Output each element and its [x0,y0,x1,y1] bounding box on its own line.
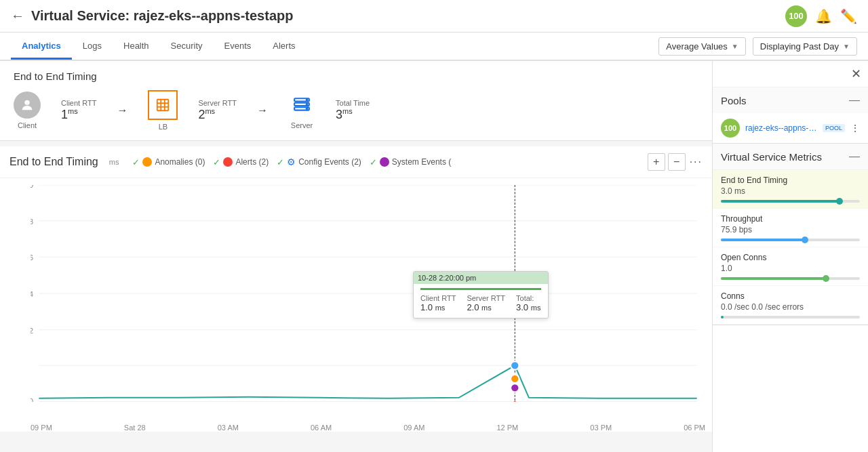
system-icon [380,157,389,167]
svg-text:8: 8 [31,218,33,226]
close-button[interactable]: ✕ [851,66,861,81]
nav-events[interactable]: Events [214,34,262,60]
pools-title: Pools [721,95,747,106]
metric-name-3: Conns [721,291,860,301]
metric-bar-fill-1 [721,239,804,241]
metric-bar-1 [721,239,860,241]
tooltip-server-rtt: Server RTT 2.0 ms [467,294,505,312]
back-button[interactable]: ← [11,8,24,24]
pool-tag: POOL [823,124,845,132]
x-label-0: 09 PM [31,424,52,432]
average-values-dropdown[interactable]: Average Values ▼ [658,37,746,56]
chart-zoom: + − [648,153,686,171]
metric-bar-fill-2 [721,277,825,280]
metrics-title: Virtual Service Metrics [721,151,822,163]
svg-point-11 [307,108,308,110]
svg-point-10 [307,104,308,105]
bell-icon[interactable]: 🔔 [815,8,832,24]
lb-icon [148,90,178,120]
nav-security[interactable]: Security [160,34,214,60]
nav-alerts[interactable]: Alerts [262,34,306,60]
zoom-in-button[interactable]: + [648,153,665,171]
metric-conns[interactable]: Conns 0.0 /sec 0.0 /sec errors [713,286,868,325]
svg-point-28 [511,384,519,392]
header: ← Virtual Service: rajez-eks--appns-test… [0,0,868,33]
collapse-metrics-button[interactable]: — [849,150,860,163]
svg-text:6: 6 [31,253,33,262]
right-panel: ✕ Pools — 100 rajez-eks--appns-te... POO… [712,61,868,452]
chart-legend: ✓ Anomalies (0) ✓ Alerts (2) ✓ ⚙ Config … [132,157,451,167]
metric-value-1: 75.9 bps [721,225,860,234]
legend-anomalies[interactable]: ✓ Anomalies (0) [132,157,205,167]
check-icon: ✓ [132,157,140,167]
x-label-2: 03 AM [218,424,239,432]
edit-icon[interactable]: ✏️ [840,8,857,24]
metric-name-0: End to End Timing [721,176,860,185]
collapse-pools-button[interactable]: — [849,94,860,106]
svg-point-26 [511,361,519,369]
chart-unit: ms [109,158,119,166]
time-range-dropdown[interactable]: Displaying Past Day ▼ [753,37,857,56]
chart-svg: 10 8 6 4 2 0 [31,185,705,402]
nav-logs[interactable]: Logs [72,34,113,60]
more-options-button[interactable]: ··· [690,156,703,168]
svg-point-0 [24,100,29,105]
zoom-out-button[interactable]: − [668,153,686,171]
panel-close: ✕ [713,61,868,87]
x-label-4: 09 AM [403,424,425,432]
legend-config[interactable]: ✓ ⚙ Config Events (2) [277,157,361,167]
nav-analytics[interactable]: Analytics [11,34,72,60]
metric-value-2: 1.0 [721,264,860,273]
pool-expand-icon[interactable]: ⋮ [850,123,860,133]
metric-name-2: Open Conns [721,253,860,262]
metric-bar-2 [721,277,860,280]
arrow-icon: → [117,104,127,117]
check-icon-4: ✓ [370,157,377,167]
x-label-6: 03 PM [590,424,612,432]
tooltip-total: Total: 3.0 ms [516,294,540,312]
x-axis-labels: 09 PM Sat 28 03 AM 06 AM 09 AM 12 PM 03 … [0,422,712,432]
header-icons: 100 🔔 ✏️ [785,5,857,27]
legend-alerts[interactable]: ✓ Alerts (2) [213,157,269,167]
chart-container: 10 8 6 4 2 0 [0,178,712,422]
server-icon [288,91,315,119]
nav-health[interactable]: Health [113,34,160,60]
svg-point-27 [511,375,519,383]
legend-system[interactable]: ✓ System Events ( [370,157,451,167]
metric-name-1: Throughput [721,214,860,224]
chart-title: End to End Timing [9,156,98,168]
content-area: End to End Timing Client Client RTT 1ms [0,61,712,452]
metric-bar-3 [721,316,860,319]
metric-dot-1 [802,237,808,243]
metric-end-to-end[interactable]: End to End Timing 3.0 ms [713,170,868,209]
svg-text:4: 4 [31,290,33,298]
tooltip-client-rtt: Client RTT 1.0 ms [420,294,456,312]
metric-bar-fill-3 [721,316,724,319]
metric-value-3: 0.0 /sec 0.0 /sec errors [721,302,860,312]
metric-value-0: 3.0 ms [721,186,860,196]
tooltip-timestamp: 10-28 2:20:00 pm [414,272,548,284]
chart-tooltip: 10-28 2:20:00 pm Client RTT 1.0 ms Serve… [413,271,549,319]
summary-metrics: Client Client RTT 1ms → [14,90,698,131]
page-title: Virtual Service: rajez-eks--appns-testap… [31,8,785,24]
svg-text:2: 2 [31,327,33,335]
metric-throughput[interactable]: Throughput 75.9 bps [713,209,868,247]
avatar[interactable]: 100 [785,5,807,27]
tooltip-row: Client RTT 1.0 ms Server RTT 2.0 ms [420,294,541,312]
pools-header: Pools — [713,87,868,113]
pool-item[interactable]: 100 rajez-eks--appns-te... POOL ⋮ [713,113,868,143]
x-label-7: 06 PM [684,424,705,432]
chart-header: End to End Timing ms ✓ Anomalies (0) ✓ A… [0,146,712,178]
summary-card: End to End Timing Client Client RTT 1ms [0,61,712,141]
navbar: Analytics Logs Health Security Events Al… [0,33,868,61]
summary-title: End to End Timing [14,70,698,82]
nav-right: Average Values ▼ Displaying Past Day ▼ [658,37,857,56]
config-icon: ⚙ [287,157,296,167]
lb-metric: LB [148,90,178,131]
metrics-section: Virtual Service Metrics — End to End Tim… [713,144,868,325]
metric-dot-0 [836,198,843,205]
anomaly-icon [142,157,152,167]
metric-open-conns[interactable]: Open Conns 1.0 [713,247,868,286]
svg-point-9 [307,100,308,101]
server-rtt: Server RTT 2ms [198,99,237,122]
